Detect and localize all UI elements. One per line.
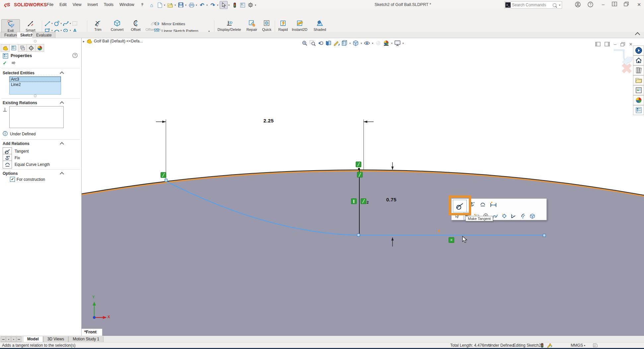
tab-scroll-first-icon[interactable]: ◂◂ [1,336,6,342]
relation-badge-parallel-icon[interactable]: ∥ [351,198,357,204]
save-caret-icon[interactable]: ▾ [185,4,186,7]
user-account-icon[interactable] [575,2,583,7]
property-manager-tab[interactable] [9,44,18,52]
edit-appearance-icon[interactable] [374,39,382,47]
instant2d-button[interactable]: Instant2D [291,19,308,32]
display-style-caret-icon[interactable]: ▾ [361,42,362,45]
open-document-icon[interactable] [167,1,174,9]
dimension-vertical[interactable]: 0.75 [386,197,396,202]
dimension-horizontal[interactable]: 2.25 [263,118,274,123]
tab-scroll-last-icon[interactable]: ▸▸ [17,336,22,342]
list-item-arc3[interactable]: Arc3 [10,77,61,82]
spline-caret-icon[interactable]: ▾ [70,22,71,25]
section-view-icon[interactable] [324,39,332,47]
new-caret-icon[interactable]: ▾ [164,4,165,7]
part-name[interactable]: Golf Ball (Default) <<Defa... [94,39,143,43]
cancel-sketch-icon-faded[interactable] [620,61,634,75]
undo-icon[interactable]: ↶ [198,1,206,9]
circle-tool-icon[interactable] [53,20,60,27]
selected-entities-collapse-icon[interactable] [60,71,64,76]
hide-show-items-icon[interactable] [363,39,371,47]
menu-window[interactable]: Window [116,0,137,9]
hide-show-caret-icon[interactable]: ▾ [372,42,373,45]
rebuild-icon[interactable] [231,1,238,9]
appearances-scenes-icon[interactable] [633,95,644,105]
rectangle-caret-icon[interactable]: ▾ [51,29,53,32]
pattern-icon[interactable] [501,212,507,220]
settings-gear-icon[interactable] [247,1,254,9]
design-library-home-icon[interactable] [633,55,644,65]
redo-caret-icon[interactable]: ▾ [217,4,218,7]
undo-caret-icon[interactable]: ▾ [206,4,208,7]
relation-badge-intersection-icon[interactable]: ╱ [357,172,363,177]
golf-ball-body[interactable] [82,170,644,336]
new-document-icon[interactable] [156,1,163,9]
design-library-icon[interactable] [633,65,644,75]
isometric-cube-icon[interactable] [529,212,535,220]
units-caret-icon[interactable]: ▴ [584,344,585,347]
ellipse-caret-icon[interactable]: ▾ [70,29,71,32]
search-icon[interactable] [553,3,556,7]
doc-close-icon[interactable]: ✕ [629,42,633,47]
close-button[interactable]: ✕ [635,2,643,7]
tab-model[interactable]: Model [23,336,43,342]
line-tool-icon[interactable] [44,20,51,27]
add-relation-equal-curve-length[interactable]: Equal Curve Length [3,161,50,169]
sketch-point-line-start[interactable] [357,234,360,237]
sketch-point-arc-start[interactable] [165,179,168,182]
menu-edit[interactable]: Edit [56,0,70,9]
existing-relations-collapse-icon[interactable] [60,101,64,105]
for-construction-option[interactable]: ✓ For construction [10,177,45,182]
tab-scroll-next-icon[interactable]: ▸ [11,336,16,342]
tab-scroll-prev-icon[interactable]: ◂ [6,336,11,342]
restore-button[interactable] [624,2,632,6]
view-orientation-caret-icon[interactable]: ▾ [349,42,351,45]
arc-caret-icon[interactable]: ▾ [61,29,62,32]
doc-minimize-icon[interactable]: – [614,41,616,47]
configuration-manager-tab[interactable] [18,44,27,52]
selected-entities-list[interactable]: Arc3 Line2 [9,76,61,95]
menu-insert[interactable]: Insert [85,0,101,9]
tree-expand-icon[interactable]: ▸ [83,39,85,43]
line-caret-icon[interactable]: ▾ [51,22,53,25]
view-settings-caret-icon[interactable]: ▾ [402,42,404,45]
print-caret-icon[interactable]: ▾ [196,4,197,7]
panel-grip-handle[interactable] [34,40,36,42]
tab-3d-views[interactable]: 3D Views [43,336,68,342]
circle-caret-icon[interactable]: ▾ [61,22,62,25]
existing-relations-list[interactable] [9,106,64,128]
dimxpert-manager-tab[interactable] [27,44,36,52]
pin-menu-icon[interactable] [137,0,147,9]
display-manager-tab[interactable] [35,44,44,52]
ok-check-button[interactable]: ✓ [3,60,7,66]
status-tag-icon[interactable] [593,343,598,348]
make-equal-curve-button[interactable] [479,201,487,208]
spline-tool-icon[interactable] [62,20,69,27]
pane-left-icon[interactable] [595,42,601,46]
solidworks-resources-icon[interactable] [633,45,644,55]
print-icon[interactable] [188,1,195,9]
save-icon[interactable] [177,1,184,9]
open-caret-icon[interactable]: ▾ [175,4,176,7]
mirror-entities-button[interactable]: Mirror Entities [154,21,185,26]
minimize-button[interactable]: – [599,1,607,7]
relation-badge-distance-icon[interactable]: ╱ [361,198,366,204]
hide-show-annotations-icon[interactable]: A [332,39,340,47]
ribbon-collapse-icon[interactable] [635,32,640,37]
panel-help-icon[interactable]: ? [72,53,78,58]
relation-badge-coincident-icon[interactable]: ╱ [161,172,166,178]
search-commands-box[interactable]: >_ Search Commands ▾ [504,1,562,9]
tab-evaluate[interactable]: Evaluate [33,32,55,38]
help-icon[interactable]: ? [588,2,596,7]
list-resize-handle[interactable] [34,95,36,97]
settings-caret-icon[interactable]: ▾ [255,4,256,7]
zoom-to-area-icon[interactable] [309,39,317,47]
for-construction-checkbox[interactable]: ✓ [10,177,15,182]
select-caret-icon[interactable]: ▾ [228,4,230,7]
graphics-viewport[interactable]: ▸ Golf Ball (Default) <<Defa... A ▾ ▾ ▾ … [82,38,644,336]
relation-badge-equal-icon[interactable]: = [449,237,454,243]
options-list-icon[interactable] [239,1,246,9]
custom-properties-icon[interactable] [633,105,644,115]
select-tool-icon[interactable] [220,1,228,9]
feature-manager-tab[interactable] [1,44,10,52]
